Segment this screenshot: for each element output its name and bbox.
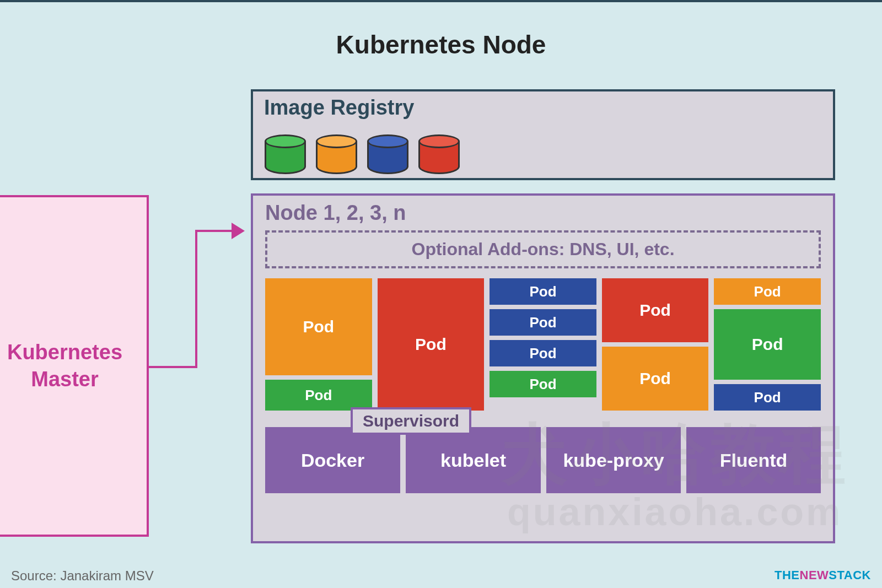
image-cylinder-icon [316, 134, 357, 179]
pod-grid: Pod Pod Pod Pod Pod Pod Pod Pod Pod Pod … [265, 278, 821, 411]
service-kubelet: kubelet [406, 450, 541, 471]
brand-new: NEW [800, 568, 829, 582]
pod-box: Pod [490, 371, 596, 397]
brand-logo: THENEWSTACK [775, 568, 871, 582]
node-box: Node 1, 2, 3, n Optional Add-ons: DNS, U… [251, 193, 835, 543]
arrow-segment [195, 230, 234, 232]
supervisord-label: Supervisord [351, 407, 471, 435]
image-cylinder-icon [418, 134, 460, 179]
pod-box: Pod [714, 309, 821, 380]
image-registry-title: Image Registry [264, 96, 822, 120]
image-cylinder-icon [367, 134, 408, 179]
pod-column: Pod [378, 278, 485, 411]
pod-box: Pod [714, 384, 821, 411]
pod-box: Pod [490, 309, 596, 336]
service-docker: Docker [265, 450, 400, 471]
pod-box: Pod [490, 340, 596, 366]
source-credit: Source: Janakiram MSV [11, 568, 154, 584]
service-fluentd: Fluentd [686, 427, 821, 493]
pod-box: Pod [265, 278, 372, 375]
arrow-segment [148, 366, 197, 368]
service-group-supervisord: Docker kubelet [265, 427, 541, 493]
pod-box: Pod [714, 278, 821, 305]
kubernetes-master-box: Kubernetes Master [0, 195, 149, 537]
image-cylinder-icon [265, 134, 306, 179]
diagram-title: Kubernetes Node [0, 30, 882, 60]
registry-images-row [265, 134, 460, 179]
supervisord-row: Supervisord Docker kubelet kube-proxy Fl… [265, 419, 821, 508]
pod-column: Pod Pod Pod [714, 278, 821, 411]
pod-box: Pod [378, 278, 485, 411]
service-kube-proxy: kube-proxy [546, 427, 681, 493]
brand-the: THE [775, 568, 800, 582]
pod-box: Pod [602, 347, 709, 411]
arrow-segment [195, 230, 197, 368]
pod-box: Pod [265, 380, 372, 411]
kubernetes-master-label: Kubernetes Master [7, 339, 122, 393]
arrow-head-icon [232, 223, 245, 239]
pod-column: Pod Pod [602, 278, 709, 411]
pod-column: Pod Pod [265, 278, 372, 411]
optional-addons-box: Optional Add-ons: DNS, UI, etc. [265, 230, 821, 268]
pod-column: Pod Pod Pod Pod [490, 278, 596, 411]
brand-stack: STACK [829, 568, 871, 582]
pod-box: Pod [602, 278, 709, 342]
pod-box: Pod [490, 278, 596, 305]
node-title: Node 1, 2, 3, n [265, 201, 821, 225]
